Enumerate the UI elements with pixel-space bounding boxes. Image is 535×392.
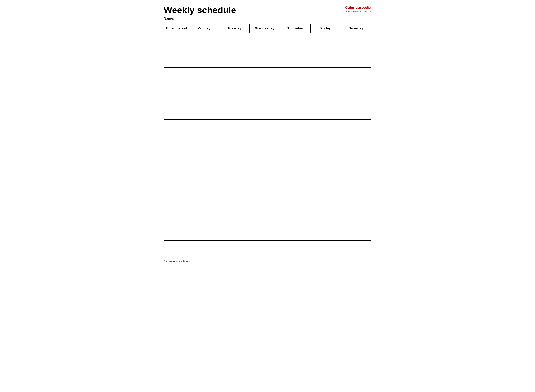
day-cell-9-2[interactable] [219, 189, 249, 206]
page-title: Weekly schedule [164, 5, 236, 15]
day-cell-1-6[interactable] [341, 50, 371, 67]
day-cell-11-4[interactable] [280, 223, 310, 240]
time-cell-4[interactable] [164, 102, 189, 119]
day-cell-9-6[interactable] [341, 189, 371, 206]
day-cell-8-5[interactable] [310, 171, 341, 189]
day-cell-5-2[interactable] [219, 119, 249, 137]
day-cell-5-5[interactable] [310, 119, 341, 137]
day-cell-8-4[interactable] [280, 171, 310, 189]
day-cell-6-6[interactable] [341, 137, 371, 154]
day-cell-5-3[interactable] [249, 119, 280, 137]
col-header-tuesday: Tuesday [219, 24, 249, 33]
day-cell-11-1[interactable] [189, 223, 219, 240]
day-cell-4-1[interactable] [189, 102, 219, 119]
col-header-thursday: Thursday [280, 24, 310, 33]
table-row [164, 171, 371, 189]
day-cell-1-5[interactable] [310, 50, 341, 67]
table-row [164, 206, 371, 223]
day-cell-11-6[interactable] [341, 223, 371, 240]
time-cell-11[interactable] [164, 223, 189, 240]
day-cell-11-3[interactable] [249, 223, 280, 240]
time-cell-3[interactable] [164, 85, 189, 102]
day-cell-2-1[interactable] [189, 67, 219, 85]
day-cell-8-6[interactable] [341, 171, 371, 189]
time-cell-10[interactable] [164, 206, 189, 223]
day-cell-0-4[interactable] [280, 33, 310, 50]
day-cell-5-4[interactable] [280, 119, 310, 137]
day-cell-6-1[interactable] [189, 137, 219, 154]
day-cell-10-6[interactable] [341, 206, 371, 223]
day-cell-2-4[interactable] [280, 67, 310, 85]
day-cell-0-1[interactable] [189, 33, 219, 50]
day-cell-10-1[interactable] [189, 206, 219, 223]
day-cell-4-5[interactable] [310, 102, 341, 119]
day-cell-9-1[interactable] [189, 189, 219, 206]
time-cell-8[interactable] [164, 171, 189, 189]
logo-text-pedia: pedia [361, 5, 371, 10]
day-cell-6-5[interactable] [310, 137, 341, 154]
day-cell-12-1[interactable] [189, 240, 219, 258]
day-cell-10-2[interactable] [219, 206, 249, 223]
day-cell-9-4[interactable] [280, 189, 310, 206]
day-cell-12-2[interactable] [219, 240, 249, 258]
time-cell-7[interactable] [164, 154, 189, 171]
time-cell-2[interactable] [164, 67, 189, 85]
day-cell-5-6[interactable] [341, 119, 371, 137]
time-cell-12[interactable] [164, 240, 189, 258]
table-row [164, 240, 371, 258]
day-cell-1-1[interactable] [189, 50, 219, 67]
day-cell-12-5[interactable] [310, 240, 341, 258]
day-cell-0-2[interactable] [219, 33, 249, 50]
day-cell-2-5[interactable] [310, 67, 341, 85]
day-cell-8-3[interactable] [249, 171, 280, 189]
day-cell-4-4[interactable] [280, 102, 310, 119]
day-cell-3-2[interactable] [219, 85, 249, 102]
day-cell-8-1[interactable] [189, 171, 219, 189]
day-cell-4-2[interactable] [219, 102, 249, 119]
time-cell-9[interactable] [164, 189, 189, 206]
day-cell-12-4[interactable] [280, 240, 310, 258]
day-cell-7-6[interactable] [341, 154, 371, 171]
day-cell-2-2[interactable] [219, 67, 249, 85]
day-cell-7-4[interactable] [280, 154, 310, 171]
day-cell-1-3[interactable] [249, 50, 280, 67]
day-cell-9-5[interactable] [310, 189, 341, 206]
time-cell-1[interactable] [164, 50, 189, 67]
day-cell-0-6[interactable] [341, 33, 371, 50]
day-cell-10-3[interactable] [249, 206, 280, 223]
table-header-row: Time / period Monday Tuesday Wednesday T… [164, 24, 371, 33]
day-cell-3-4[interactable] [280, 85, 310, 102]
time-cell-5[interactable] [164, 119, 189, 137]
day-cell-7-2[interactable] [219, 154, 249, 171]
day-cell-10-5[interactable] [310, 206, 341, 223]
day-cell-1-2[interactable] [219, 50, 249, 67]
day-cell-3-6[interactable] [341, 85, 371, 102]
day-cell-12-6[interactable] [341, 240, 371, 258]
day-cell-11-5[interactable] [310, 223, 341, 240]
day-cell-7-3[interactable] [249, 154, 280, 171]
day-cell-0-5[interactable] [310, 33, 341, 50]
logo-main: Calendarpedia [345, 5, 371, 10]
time-cell-6[interactable] [164, 137, 189, 154]
day-cell-3-1[interactable] [189, 85, 219, 102]
day-cell-6-4[interactable] [280, 137, 310, 154]
day-cell-4-6[interactable] [341, 102, 371, 119]
day-cell-5-1[interactable] [189, 119, 219, 137]
day-cell-0-3[interactable] [249, 33, 280, 50]
day-cell-3-3[interactable] [249, 85, 280, 102]
day-cell-12-3[interactable] [249, 240, 280, 258]
day-cell-2-3[interactable] [249, 67, 280, 85]
day-cell-1-4[interactable] [280, 50, 310, 67]
day-cell-7-1[interactable] [189, 154, 219, 171]
day-cell-6-3[interactable] [249, 137, 280, 154]
day-cell-10-4[interactable] [280, 206, 310, 223]
day-cell-9-3[interactable] [249, 189, 280, 206]
day-cell-6-2[interactable] [219, 137, 249, 154]
day-cell-11-2[interactable] [219, 223, 249, 240]
day-cell-8-2[interactable] [219, 171, 249, 189]
day-cell-4-3[interactable] [249, 102, 280, 119]
day-cell-7-5[interactable] [310, 154, 341, 171]
time-cell-0[interactable] [164, 33, 189, 50]
day-cell-3-5[interactable] [310, 85, 341, 102]
day-cell-2-6[interactable] [341, 67, 371, 85]
